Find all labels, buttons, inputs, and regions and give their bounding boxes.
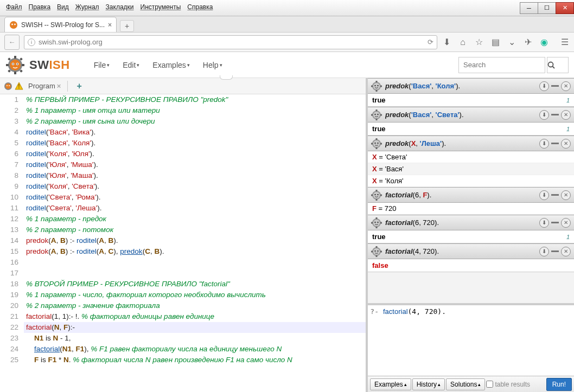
close-query-icon[interactable]: ✕	[561, 218, 571, 228]
code-line[interactable]	[24, 268, 366, 279]
bottom-button[interactable]: Examples▴	[370, 378, 411, 390]
code-line[interactable]: % 2 параметр - потомок	[24, 224, 366, 235]
code-line[interactable]: roditel('Коля', 'Света').	[24, 181, 366, 192]
query-header[interactable]: factorial(4, 720).⬇✕	[368, 243, 574, 259]
svg-rect-52	[371, 194, 373, 196]
os-menu-item[interactable]: Файл	[3, 2, 25, 12]
code-line[interactable]: roditel('Юля', 'Маша').	[24, 170, 366, 181]
code-line[interactable]	[24, 257, 366, 268]
swish-menu-item[interactable]: Edit▾	[117, 57, 145, 73]
close-query-icon[interactable]: ✕	[561, 139, 571, 149]
hamburger-menu-icon[interactable]: ☰	[560, 37, 570, 47]
line-number: 23	[0, 333, 24, 344]
bottom-button[interactable]: Solutions▴	[446, 378, 485, 390]
code-line[interactable]: factorial(N1, F1), % F1 равен факториалу…	[24, 344, 366, 355]
download-result-icon[interactable]: ⬇	[539, 110, 549, 120]
code-line[interactable]: % 2 параметр - значение факториала	[24, 300, 366, 311]
code-line[interactable]: roditel('Коля', 'Юля').	[24, 149, 366, 159]
site-info-icon[interactable]: i	[28, 38, 35, 46]
download-result-icon[interactable]: ⬇	[539, 218, 549, 228]
table-results-checkbox[interactable]: table results	[486, 381, 530, 388]
download-result-icon[interactable]: ⬇	[539, 81, 549, 91]
minimize-query-icon[interactable]	[551, 194, 559, 196]
editor-tab[interactable]: Program ×	[25, 80, 64, 92]
os-menu-item[interactable]: Журнал	[73, 2, 102, 12]
code-line[interactable]: predok(A, B) :- roditel(A, C), predok(C,…	[24, 246, 366, 257]
code-line[interactable]: roditel('Вася', 'Вика').	[24, 127, 366, 138]
reload-icon[interactable]: ⟳	[428, 38, 433, 46]
query-input[interactable]: factorial(4, 720).	[381, 305, 574, 376]
minimize-query-icon[interactable]	[551, 143, 559, 144]
os-menu-item[interactable]: Вид	[54, 2, 72, 12]
code-line[interactable]: factorial(1, 1):- !. % факториал единицы…	[24, 311, 366, 322]
url-input[interactable]: i swish.swi-prolog.org ⟳	[24, 35, 437, 49]
minimize-query-icon[interactable]	[551, 114, 559, 115]
code-line[interactable]: roditel('Света', 'Рома').	[24, 192, 366, 203]
code-line[interactable]: roditel('Юля', 'Миша').	[24, 159, 366, 170]
code-line[interactable]: % 1 параметр - предок	[24, 214, 366, 224]
code-line[interactable]: predok(A, B) :- roditel(A, B).	[24, 235, 366, 246]
run-button[interactable]: Run!	[546, 378, 572, 391]
new-tab-button[interactable]: +	[120, 20, 134, 32]
tab-close-icon[interactable]: ×	[108, 21, 112, 29]
window-close-button[interactable]: ✕	[556, 2, 574, 14]
download-icon[interactable]: ⬇	[442, 37, 451, 47]
search-input[interactable]	[458, 57, 545, 73]
chevron-up-icon: ▴	[478, 382, 481, 387]
os-menu-item[interactable]: Правка	[26, 2, 54, 12]
minimize-query-icon[interactable]	[551, 250, 559, 252]
code-line[interactable]: factorial(N, F):-	[24, 322, 366, 333]
library-icon[interactable]: ▤	[490, 37, 500, 47]
swish-menu-item[interactable]: File▾	[88, 57, 116, 73]
bottom-button[interactable]: History▴	[412, 378, 445, 390]
code-editor[interactable]: 1% ПЕРВЫЙ ПРИМЕР - РЕКУРСИВНОЕ ПРАВИЛО "…	[0, 94, 366, 392]
editor-tab-close-icon[interactable]: ×	[57, 82, 61, 90]
code-line[interactable]: roditel('Света', 'Леша').	[24, 203, 366, 214]
svg-rect-58	[376, 217, 378, 219]
code-line[interactable]: % ПЕРВЫЙ ПРИМЕР - РЕКУРСИВНОЕ ПРАВИЛО "p…	[24, 94, 366, 105]
search-button[interactable]	[547, 57, 569, 73]
robot-icon	[371, 217, 382, 228]
bookmark-icon[interactable]: ☆	[474, 37, 484, 47]
os-menu-item[interactable]: Справка	[184, 2, 215, 12]
download-result-icon[interactable]: ⬇	[539, 247, 549, 256]
home-icon[interactable]: ⌂	[458, 37, 468, 47]
drag-handle[interactable]	[220, 75, 233, 80]
gear-icon[interactable]	[3, 81, 13, 91]
minimize-query-icon[interactable]	[551, 222, 559, 223]
download-result-icon[interactable]: ⬇	[539, 190, 549, 200]
code-line[interactable]: roditel('Вася', 'Коля').	[24, 138, 366, 149]
robot-icon	[371, 246, 382, 257]
download-result-icon[interactable]: ⬇	[539, 139, 549, 149]
pocket-icon[interactable]: ⌄	[507, 37, 516, 47]
query-header[interactable]: factorial(6, 720).⬇✕	[368, 215, 574, 230]
svg-rect-59	[376, 227, 378, 228]
window-maximize-button[interactable]: ☐	[538, 2, 556, 14]
close-query-icon[interactable]: ✕	[561, 110, 571, 120]
close-query-icon[interactable]: ✕	[561, 190, 571, 200]
close-query-icon[interactable]: ✕	[561, 81, 571, 91]
code-line[interactable]: % ВТОРОЙ ПРИМЕР - РЕКУРСИВНОЕ ПРАВИЛО "f…	[24, 279, 366, 290]
query-header[interactable]: predok('Вася', 'Коля').⬇✕	[368, 78, 574, 94]
close-query-icon[interactable]: ✕	[561, 247, 571, 256]
query-header[interactable]: factorial(6, F).⬇✕	[368, 187, 574, 203]
query-header[interactable]: predok('Вася', 'Света').⬇✕	[368, 107, 574, 123]
line-number: 24	[0, 344, 24, 355]
code-line[interactable]: N1 is N - 1,	[24, 333, 366, 344]
browser-tab[interactable]: SWISH -- SWI-Prolog for S... ×	[4, 17, 117, 32]
swish-menu-item[interactable]: Help▾	[197, 57, 228, 73]
addon-icon[interactable]: ◉	[539, 37, 549, 47]
code-line[interactable]: % 1 параметр - число, факториал которого…	[24, 290, 366, 300]
code-line[interactable]: F is F1 * N. % факториал числа N равен п…	[24, 355, 366, 365]
code-line[interactable]: % 1 параметр - имя отца или матери	[24, 105, 366, 116]
add-editor-tab-button[interactable]: +	[76, 81, 81, 91]
code-line[interactable]: % 2 параметр - имя сына или дочери	[24, 116, 366, 127]
query-header[interactable]: predok(X, 'Леша').⬇✕	[368, 136, 574, 151]
minimize-query-icon[interactable]	[551, 85, 559, 87]
os-menu-item[interactable]: Инструменты	[138, 2, 184, 12]
nav-back-button[interactable]: ←	[4, 35, 20, 50]
swish-menu-item[interactable]: Examples▾	[147, 57, 195, 73]
os-menu-item[interactable]: Закладки	[103, 2, 137, 12]
window-minimize-button[interactable]: ─	[520, 2, 538, 14]
send-icon[interactable]: ✈	[523, 37, 533, 47]
